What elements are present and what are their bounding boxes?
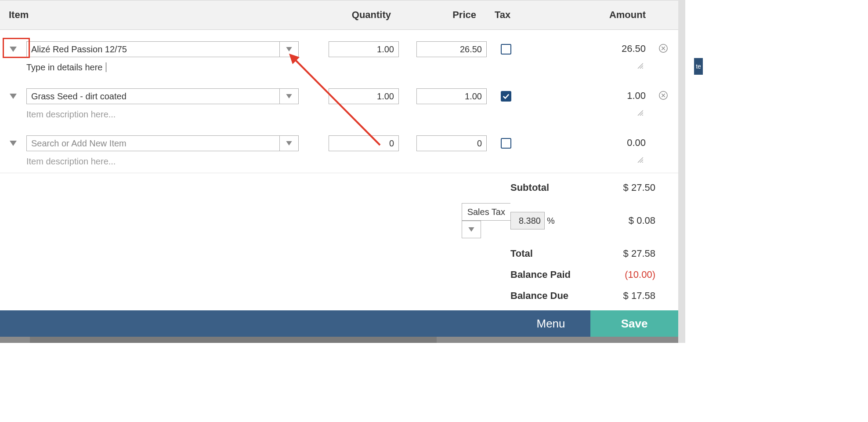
bottom-scrollbar[interactable] [0, 337, 678, 343]
chevron-down-icon [286, 94, 292, 98]
check-icon [503, 93, 510, 99]
item-name-input[interactable] [26, 135, 279, 151]
delete-line-button[interactable] [658, 44, 668, 55]
balance-due-value: $ 17.58 [598, 290, 655, 302]
header-tax: Tax [492, 9, 545, 21]
tax-checkbox[interactable] [501, 138, 511, 149]
balance-paid-value: (10.00) [598, 269, 655, 280]
subtotal-label: Subtotal [510, 182, 598, 193]
description-resize-handle[interactable] [307, 156, 652, 165]
item-dropdown-button[interactable] [279, 41, 299, 57]
tax-checkbox[interactable] [501, 91, 511, 102]
close-circle-icon [658, 91, 668, 100]
delete-line-button[interactable] [658, 91, 668, 102]
total-value: $ 27.58 [598, 248, 655, 259]
svg-marker-7 [286, 141, 292, 146]
line-items-header: Item Quantity Price Tax Amount [0, 0, 678, 30]
triangle-down-icon [10, 92, 17, 101]
expand-row-button[interactable] [0, 135, 26, 151]
item-dropdown-button[interactable] [279, 135, 299, 151]
right-panel-tab[interactable]: te [694, 58, 703, 75]
line-description-row: Type in details here [0, 60, 678, 79]
sales-tax-selected: Sales Tax [462, 203, 510, 221]
price-input[interactable] [416, 41, 487, 57]
line-item-row: 1.00 [0, 79, 678, 107]
item-dropdown-button[interactable] [279, 88, 299, 104]
tax-checkbox[interactable] [501, 44, 511, 55]
balance-paid-label: Balance Paid [510, 269, 598, 280]
total-label: Total [510, 248, 598, 259]
svg-marker-8 [468, 227, 474, 232]
quantity-input[interactable] [329, 88, 399, 104]
percent-label: % [547, 216, 555, 226]
svg-marker-6 [10, 141, 17, 146]
sales-tax-dropdown-button[interactable] [462, 221, 481, 238]
svg-marker-0 [10, 47, 17, 52]
item-combobox[interactable] [26, 135, 299, 151]
triangle-down-icon [10, 139, 17, 148]
expand-row-button[interactable] [0, 88, 26, 104]
subtotal-value: $ 27.50 [598, 182, 655, 193]
chevron-down-icon [468, 227, 474, 232]
item-combobox[interactable] [26, 88, 299, 104]
tax-rate-input [510, 212, 545, 229]
expand-row-button[interactable] [0, 41, 26, 57]
line-amount: 0.00 [545, 135, 650, 149]
line-description-row: Item description here... [0, 107, 678, 126]
footer-bar: Menu Save [0, 310, 678, 337]
price-input[interactable] [416, 135, 487, 151]
line-items: 26.50 Type in details here [0, 30, 678, 173]
item-description-input[interactable]: Item description here... [26, 109, 116, 119]
description-resize-handle[interactable] [307, 109, 652, 118]
svg-marker-1 [286, 47, 292, 51]
totals-section: Subtotal $ 27.50 Sales Tax % $ 0.08 Tota… [0, 173, 678, 310]
item-combobox[interactable] [26, 41, 299, 57]
svg-marker-4 [286, 94, 292, 98]
quantity-input[interactable] [329, 135, 399, 151]
item-description-input[interactable]: Item description here... [26, 156, 116, 166]
triangle-down-icon [10, 45, 17, 54]
header-item: Item [0, 9, 307, 21]
menu-button[interactable]: Menu [511, 310, 590, 337]
header-quantity: Quantity [307, 9, 404, 21]
quantity-input[interactable] [329, 41, 399, 57]
line-item-row: 0.00 [0, 126, 678, 154]
header-price: Price [404, 9, 492, 21]
line-amount: 26.50 [545, 41, 650, 55]
svg-marker-3 [10, 94, 17, 99]
item-description-input[interactable]: Type in details here [26, 62, 106, 72]
chevron-down-icon [286, 47, 292, 51]
description-resize-handle[interactable] [307, 62, 652, 71]
price-input[interactable] [416, 88, 487, 104]
chevron-down-icon [286, 141, 292, 146]
save-button[interactable]: Save [590, 310, 678, 337]
item-name-input[interactable] [26, 41, 279, 57]
line-amount: 1.00 [545, 88, 650, 102]
header-amount: Amount [545, 9, 650, 21]
line-item-row: 26.50 [0, 30, 678, 60]
sales-tax-dropdown[interactable]: Sales Tax [462, 203, 510, 238]
balance-due-label: Balance Due [510, 290, 598, 302]
close-circle-icon [658, 44, 668, 53]
line-description-row: Item description here... [0, 154, 678, 173]
tax-amount-value: $ 0.08 [598, 215, 655, 226]
item-name-input[interactable] [26, 88, 279, 104]
